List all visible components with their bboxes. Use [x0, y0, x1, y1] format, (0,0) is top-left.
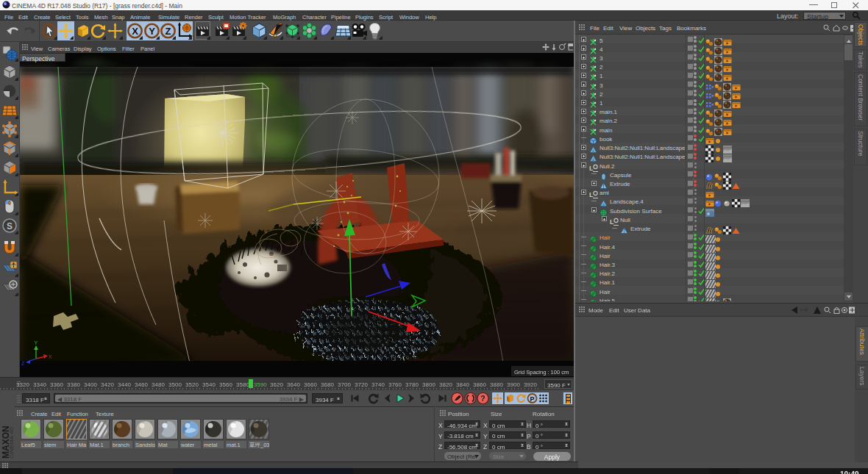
svg-text:Y: Y: [35, 340, 38, 345]
svg-text:X: X: [49, 354, 52, 359]
svg-text:L: L: [610, 218, 614, 226]
svg-text:L: L: [589, 191, 594, 198]
svg-text:Z: Z: [166, 26, 171, 37]
svg-text:L: L: [589, 165, 594, 172]
svg-text:P: P: [530, 395, 534, 403]
svg-text:X: X: [132, 26, 138, 37]
svg-text:Y: Y: [149, 26, 155, 37]
svg-text:Z: Z: [21, 361, 25, 366]
svg-text:S: S: [7, 221, 13, 231]
svg-text:?: ?: [480, 394, 485, 403]
